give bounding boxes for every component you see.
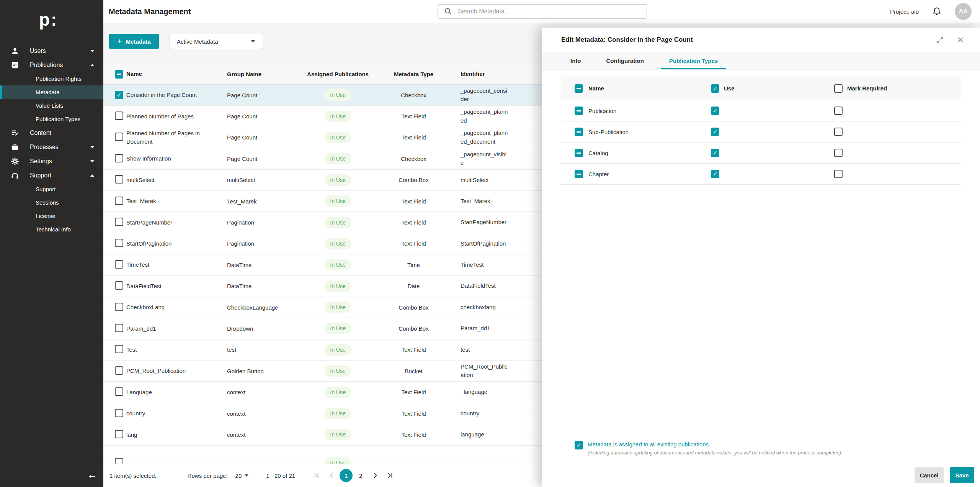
use-checkbox[interactable] (711, 149, 719, 157)
table-row[interactable]: Planned Number of PagesPage CountIn UseT… (103, 106, 548, 127)
table-row[interactable]: StartPageNumberPaginationIn UseText Fiel… (103, 212, 548, 233)
mark-required-all-checkbox[interactable] (834, 84, 843, 93)
metadata-filter-dropdown[interactable]: Active Metadata (170, 34, 262, 49)
row-checkbox[interactable] (575, 149, 583, 157)
next-page-button[interactable] (369, 469, 382, 482)
drawer-table-row[interactable]: Catalog (561, 143, 961, 164)
row-checkbox[interactable] (115, 409, 123, 417)
row-checkbox[interactable] (115, 324, 123, 332)
row-checkbox[interactable] (115, 91, 123, 99)
table-row[interactable]: TimeTestDataTimeIn UseTimeTimeTest (103, 254, 548, 275)
table-row[interactable]: Show InformationPage CountIn UseCheckbox… (103, 148, 548, 169)
expand-icon[interactable] (935, 35, 945, 45)
cell-metadata-type: Bucket (373, 368, 454, 374)
tab-publication-types[interactable]: Publication Types (661, 52, 726, 69)
table-row[interactable]: Test_MarekTest_MarekIn UseText FieldTest… (103, 191, 548, 212)
mark-required-checkbox[interactable] (834, 170, 843, 178)
row-checkbox[interactable] (575, 170, 583, 178)
row-checkbox[interactable] (115, 387, 123, 396)
drawer-table-row[interactable]: Sub-Publication (561, 121, 961, 143)
search-input[interactable] (458, 8, 634, 15)
tab-configuration[interactable]: Configuration (598, 52, 652, 69)
row-checkbox[interactable] (115, 218, 123, 226)
row-checkbox[interactable] (115, 458, 123, 464)
table-row[interactable]: Planned Number of Pages in DocumentPage … (103, 127, 548, 148)
row-checkbox[interactable] (115, 260, 123, 269)
sidebar-item-technical-info[interactable]: Technical Info (0, 223, 103, 236)
table-row[interactable]: StartOfPaginationPaginationIn UseText Fi… (103, 233, 548, 254)
row-checkbox[interactable] (115, 133, 123, 141)
row-checkbox[interactable] (115, 154, 123, 162)
save-button[interactable]: Save (950, 467, 974, 483)
cell-metadata-type: Checkbox (373, 92, 454, 98)
table-row[interactable]: multiSelectmultiSelectIn UseCombo Boxmul… (103, 170, 548, 191)
table-row[interactable]: PCM_Root_PublicationGolden ButtonIn UseB… (103, 361, 548, 382)
assign-publications-checkbox[interactable] (575, 441, 583, 449)
table-row[interactable]: Param_dd1DropdownIn UseCombo BoxParam_dd… (103, 318, 548, 339)
cancel-button[interactable]: Cancel (915, 467, 944, 483)
add-metadata-button[interactable]: + Metadata (109, 34, 159, 49)
chevron-up-icon (90, 174, 94, 177)
first-page-button[interactable] (310, 469, 323, 482)
sidebar-item-sessions[interactable]: Sessions (0, 196, 103, 209)
sidebar-item-users[interactable]: Users (0, 44, 103, 58)
table-row[interactable]: langcontextIn UseText Fieldlanguage (103, 424, 548, 445)
search-box[interactable] (438, 4, 647, 19)
drawer-select-all-checkbox[interactable] (575, 84, 583, 93)
table-row[interactable]: DataFieldTestDataTimeIn UseDateDataField… (103, 276, 548, 297)
sidebar-collapse-button[interactable]: ← (87, 469, 97, 481)
page-2-button[interactable]: 2 (354, 469, 367, 482)
tab-info[interactable]: Info (562, 52, 589, 69)
use-checkbox[interactable] (711, 170, 719, 178)
sidebar-item-processes[interactable]: Processes (0, 140, 103, 154)
row-checkbox[interactable] (115, 197, 123, 205)
status-badge: In Use (324, 457, 351, 464)
sidebar-item-publication-types[interactable]: Publication Types (0, 112, 103, 126)
table-row[interactable]: countrycontextIn UseText Fieldcountry (103, 403, 548, 424)
mark-required-checkbox[interactable] (834, 149, 843, 157)
row-checkbox[interactable] (115, 175, 123, 184)
close-icon[interactable]: × (956, 35, 965, 45)
sidebar-item-support-sub[interactable]: Support (0, 182, 103, 196)
table-row[interactable]: Consider in the Page CountPage CountIn U… (103, 85, 548, 106)
table-row[interactable]: In Use (103, 446, 548, 464)
drawer-table-row[interactable]: Chapter (561, 164, 961, 185)
page-1-button[interactable]: 1 (340, 469, 353, 482)
use-all-checkbox[interactable] (711, 84, 719, 93)
row-checkbox[interactable] (115, 239, 123, 247)
sidebar-item-publications[interactable]: Publications (0, 58, 103, 72)
sidebar-item-publication-rights[interactable]: Publication Rights (0, 72, 103, 85)
sidebar-item-settings[interactable]: Settings (0, 154, 103, 168)
drawer-table-row[interactable]: Publication (561, 100, 961, 121)
mark-required-checkbox[interactable] (834, 128, 843, 136)
select-all-checkbox[interactable] (115, 70, 123, 79)
row-checkbox[interactable] (115, 366, 123, 375)
row-checkbox[interactable] (115, 303, 123, 311)
bell-icon[interactable] (932, 7, 942, 16)
rows-per-page-select[interactable]: 20 (235, 472, 249, 479)
avatar[interactable]: AA (955, 3, 972, 20)
sidebar-item-metadata[interactable]: Metadata (0, 85, 103, 99)
mark-required-checkbox[interactable] (834, 107, 843, 115)
row-checkbox[interactable] (115, 345, 123, 353)
table-row[interactable]: LanguagecontextIn UseText Field_language (103, 382, 548, 403)
previous-page-button[interactable] (325, 469, 338, 482)
row-checkbox[interactable] (575, 128, 583, 136)
cell-assigned-publications: In Use (302, 280, 373, 292)
row-checkbox[interactable] (115, 281, 123, 290)
use-checkbox[interactable] (711, 128, 719, 136)
sidebar-item-content[interactable]: Content (0, 126, 103, 140)
row-checkbox[interactable] (115, 430, 123, 438)
table-row[interactable]: CheckboxLangCheckboxLanguageIn UseCombo … (103, 297, 548, 318)
cell-name: Planned Number of Pages (126, 112, 218, 121)
sidebar-item-support[interactable]: Support (0, 168, 103, 182)
status-badge: In Use (324, 280, 351, 292)
last-page-button[interactable] (383, 469, 396, 482)
sidebar-item-license[interactable]: License (0, 209, 103, 223)
row-checkbox[interactable] (115, 112, 123, 120)
sidebar-item-value-lists[interactable]: Value Lists (0, 99, 103, 112)
row-checkbox[interactable] (575, 107, 583, 115)
status-badge: In Use (324, 217, 351, 228)
table-row[interactable]: TesttestIn UseText Fieldtest (103, 339, 548, 361)
use-checkbox[interactable] (711, 107, 719, 115)
